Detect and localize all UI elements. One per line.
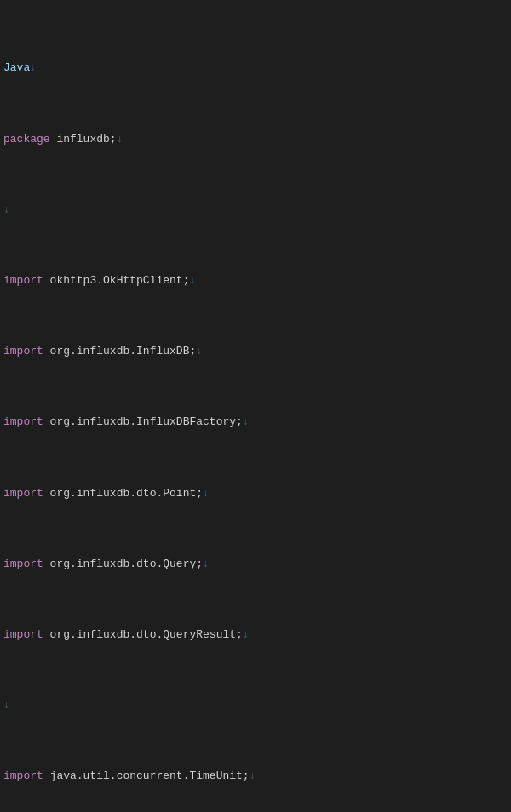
line-6: import org.influxdb.InfluxDBFactory;↓ [3, 414, 508, 432]
code-block: Java↓ package influxdb;↓ ↓ import okhttp… [0, 0, 511, 812]
line-10: ↓ [3, 697, 508, 715]
line-7: import org.influxdb.dto.Point;↓ [3, 485, 508, 503]
line-4: import okhttp3.OkHttpClient;↓ [3, 272, 508, 290]
line-5: import org.influxdb.InfluxDB;↓ [3, 343, 508, 361]
line-2: package influxdb;↓ [3, 131, 508, 149]
line-8: import org.influxdb.dto.Query;↓ [3, 556, 508, 574]
line-1: Java↓ [3, 60, 508, 77]
line-11: import java.util.concurrent.TimeUnit;↓ [3, 768, 508, 786]
line-3: ↓ [3, 202, 508, 220]
line-9: import org.influxdb.dto.QueryResult;↓ [3, 626, 508, 644]
